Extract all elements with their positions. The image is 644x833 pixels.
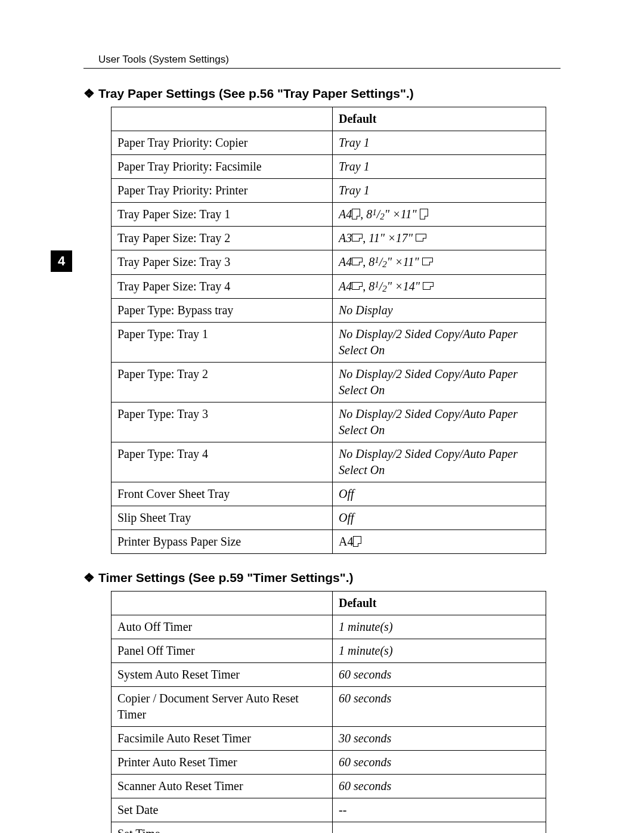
setting-default: No Display/2 Sided Copy/Auto Paper Selec… [333, 402, 546, 442]
section-table-block: DefaultPaper Tray Priority: CopierTray 1… [111, 107, 561, 554]
section-title: ❖Timer Settings (See p.59 "Timer Setting… [83, 571, 561, 585]
setting-default: No Display/2 Sided Copy/Auto Paper Selec… [333, 362, 546, 402]
setting-name: Paper Type: Tray 4 [112, 442, 333, 482]
table-row: Set Time-- [112, 822, 546, 833]
table-header-default: Default [333, 591, 546, 615]
setting-name: Tray Paper Size: Tray 4 [112, 274, 333, 298]
section: ❖Timer Settings (See p.59 "Timer Setting… [83, 571, 561, 833]
setting-name: Facsimile Auto Reset Timer [112, 726, 333, 750]
setting-name: Front Cover Sheet Tray [112, 482, 333, 506]
section-title-text: Timer Settings (See p.59 "Timer Settings… [98, 571, 354, 584]
document-page: 4 User Tools (System Settings) ❖Tray Pap… [0, 0, 644, 833]
paper-orientation-icon [422, 258, 433, 265]
table-row: Paper Tray Priority: CopierTray 1 [112, 131, 546, 155]
table-row: Paper Tray Priority: PrinterTray 1 [112, 179, 546, 203]
table-row: Paper Type: Tray 3No Display/2 Sided Cop… [112, 402, 546, 442]
table-row: System Auto Reset Timer60 seconds [112, 662, 546, 686]
setting-default: 30 seconds [333, 726, 546, 750]
settings-table: DefaultAuto Off Timer1 minute(s)Panel Of… [111, 591, 546, 833]
setting-default: -- [333, 798, 546, 822]
paper-orientation-icon [352, 209, 360, 219]
setting-name: Printer Auto Reset Timer [112, 750, 333, 774]
setting-name: Paper Tray Priority: Copier [112, 131, 333, 155]
table-row: Paper Type: Tray 1No Display/2 Sided Cop… [112, 322, 546, 362]
paper-orientation-icon [353, 536, 361, 547]
setting-name: Auto Off Timer [112, 615, 333, 639]
table-row: Tray Paper Size: Tray 1A4, 81/2" ×11" [112, 203, 546, 227]
section-table-block: DefaultAuto Off Timer1 minute(s)Panel Of… [111, 591, 561, 833]
section-title-text: Tray Paper Settings (See p.56 "Tray Pape… [98, 86, 414, 100]
section-title: ❖Tray Paper Settings (See p.56 "Tray Pap… [83, 86, 561, 101]
table-row: Tray Paper Size: Tray 4A4, 81/2" ×14" [112, 274, 546, 298]
setting-default: Tray 1 [333, 131, 546, 155]
table-row: Printer Bypass Paper SizeA4 [112, 529, 546, 553]
chapter-tab: 4 [51, 250, 72, 272]
setting-default: A4, 81/2" ×14" [333, 274, 546, 298]
setting-default: No Display/2 Sided Copy/Auto Paper Selec… [333, 322, 546, 362]
paper-orientation-icon [352, 282, 363, 290]
setting-name: Paper Type: Tray 1 [112, 322, 333, 362]
table-row: Paper Type: Bypass trayNo Display [112, 298, 546, 322]
setting-name: Paper Type: Tray 3 [112, 402, 333, 442]
table-header-default: Default [333, 107, 546, 131]
header-rule [83, 68, 561, 69]
setting-default: 60 seconds [333, 774, 546, 798]
setting-default: A4, 81/2" ×11" [333, 250, 546, 274]
table-row: Front Cover Sheet TrayOff [112, 482, 546, 506]
setting-name: Slip Sheet Tray [112, 506, 333, 529]
setting-default: A4, 81/2" ×11" [333, 203, 546, 227]
setting-default: -- [333, 822, 546, 833]
table-row: Scanner Auto Reset Timer60 seconds [112, 774, 546, 798]
sections-container: ❖Tray Paper Settings (See p.56 "Tray Pap… [83, 86, 561, 833]
paper-orientation-icon [416, 234, 426, 241]
setting-name: System Auto Reset Timer [112, 662, 333, 686]
table-header-row: Default [112, 107, 546, 131]
section: ❖Tray Paper Settings (See p.56 "Tray Pap… [83, 86, 561, 554]
setting-name: Set Date [112, 798, 333, 822]
paper-orientation-icon [352, 258, 363, 265]
setting-name: Copier / Document Server Auto Reset Time… [112, 686, 333, 726]
setting-default: 60 seconds [333, 750, 546, 774]
setting-default: 60 seconds [333, 662, 546, 686]
setting-default: 1 minute(s) [333, 615, 546, 639]
table-row: Facsimile Auto Reset Timer30 seconds [112, 726, 546, 750]
table-row: Copier / Document Server Auto Reset Time… [112, 686, 546, 726]
table-row: Paper Tray Priority: FacsimileTray 1 [112, 155, 546, 179]
setting-name: Paper Type: Bypass tray [112, 298, 333, 322]
setting-name: Scanner Auto Reset Timer [112, 774, 333, 798]
setting-name: Paper Tray Priority: Facsimile [112, 155, 333, 179]
table-row: Auto Off Timer1 minute(s) [112, 615, 546, 639]
setting-name: Tray Paper Size: Tray 3 [112, 250, 333, 274]
settings-table: DefaultPaper Tray Priority: CopierTray 1… [111, 107, 546, 554]
table-row: Printer Auto Reset Timer60 seconds [112, 750, 546, 774]
setting-default: A3, 11" ×17" [333, 227, 546, 250]
running-header: User Tools (System Settings) [98, 54, 561, 66]
table-row: Slip Sheet TrayOff [112, 506, 546, 529]
table-row: Paper Type: Tray 4No Display/2 Sided Cop… [112, 442, 546, 482]
setting-name: Paper Type: Tray 2 [112, 362, 333, 402]
setting-name: Printer Bypass Paper Size [112, 529, 333, 553]
paper-orientation-icon [352, 234, 363, 241]
table-header-blank [112, 107, 333, 131]
setting-name: Tray Paper Size: Tray 2 [112, 227, 333, 250]
setting-default: Tray 1 [333, 155, 546, 179]
setting-default: Tray 1 [333, 179, 546, 203]
table-row: Paper Type: Tray 2No Display/2 Sided Cop… [112, 362, 546, 402]
paper-orientation-icon [423, 282, 434, 290]
table-row: Panel Off Timer1 minute(s) [112, 639, 546, 662]
table-row: Tray Paper Size: Tray 3A4, 81/2" ×11" [112, 250, 546, 274]
setting-default: A4 [333, 529, 546, 553]
table-row: Set Date-- [112, 798, 546, 822]
setting-default: 60 seconds [333, 686, 546, 726]
table-row: Tray Paper Size: Tray 2A3, 11" ×17" [112, 227, 546, 250]
setting-default: No Display [333, 298, 546, 322]
table-header-blank [112, 591, 333, 615]
setting-default: No Display/2 Sided Copy/Auto Paper Selec… [333, 442, 546, 482]
setting-default: Off [333, 506, 546, 529]
paper-orientation-icon [420, 209, 428, 219]
setting-name: Tray Paper Size: Tray 1 [112, 203, 333, 227]
setting-name: Set Time [112, 822, 333, 833]
setting-name: Paper Tray Priority: Printer [112, 179, 333, 203]
setting-name: Panel Off Timer [112, 639, 333, 662]
chapter-number: 4 [58, 253, 65, 269]
